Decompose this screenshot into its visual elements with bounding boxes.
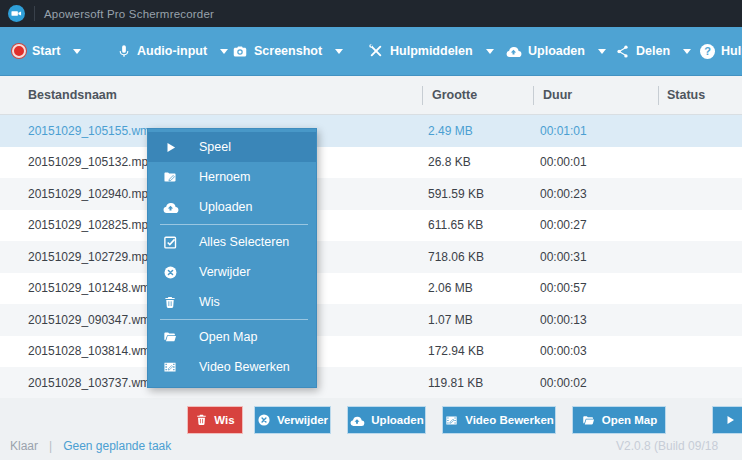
button-label: Wis: [214, 414, 234, 426]
menu-item-wis[interactable]: Wis: [148, 287, 316, 317]
file-list: 20151029_105155.wmv 2.49 MB 00:01:01 201…: [0, 115, 742, 399]
table-row[interactable]: 20151029_105132.mp3 26.8 KB 00:00:01: [0, 147, 742, 179]
file-duration: 00:00:27: [540, 210, 587, 242]
column-header-duur[interactable]: Duur: [543, 76, 572, 114]
help-icon: ?: [700, 44, 715, 59]
folder-open-icon: [161, 330, 179, 344]
menu-item-label: Verwijder: [199, 265, 250, 279]
toolbar-label: Screenshot: [254, 44, 322, 58]
toolbar-button-hulpmiddelen[interactable]: Hulpmiddelen: [368, 27, 494, 75]
microphone-icon: [117, 43, 131, 59]
file-duration: 00:00:13: [540, 304, 587, 336]
file-size: 718.06 KB: [428, 241, 484, 273]
menu-item-speel[interactable]: Speel: [148, 132, 316, 162]
scheduled-task-link[interactable]: Geen geplande taak: [63, 439, 171, 453]
file-name: 20151029_102940.mp3: [28, 178, 155, 210]
table-row[interactable]: 20151029_105155.wmv 2.49 MB 00:01:01: [0, 115, 742, 147]
menu-item-verwijder[interactable]: Verwijder: [148, 257, 316, 287]
menu-item-uploaden[interactable]: Uploaden: [148, 192, 316, 222]
column-divider: [422, 86, 423, 105]
video-edit-icon: [444, 414, 459, 427]
status-bar: Klaar | Geen geplande taak: [10, 439, 171, 453]
cloud-upload-icon: [349, 414, 365, 427]
file-name: 20151029_090347.wmv: [28, 304, 156, 336]
trash-icon: [195, 413, 208, 427]
chevron-down-icon: [486, 49, 494, 54]
title-bar: Apowersoft Pro Schermrecorder: [0, 0, 742, 27]
toolbar-button-start[interactable]: Start: [12, 27, 81, 75]
file-duration: 00:00:03: [540, 336, 587, 368]
menu-item-label: Video Bewerken: [199, 360, 290, 374]
open-map-button[interactable]: Open Map: [572, 406, 666, 434]
file-name: 20151028_103737.wmv: [28, 367, 156, 399]
titlebar-divider: [34, 6, 35, 21]
file-size: 611.65 KB: [428, 210, 483, 242]
video-bewerken-button[interactable]: Video Bewerken: [442, 406, 556, 434]
toolbar-button-delen[interactable]: Delen: [615, 27, 691, 75]
app-window: Apowersoft Pro Schermrecorder Start Audi…: [0, 0, 742, 460]
table-row[interactable]: 20151029_102729.mp3 718.06 KB 00:00:31: [0, 241, 742, 273]
button-label: Verwijder: [277, 414, 328, 426]
record-icon: [12, 44, 26, 58]
toolbar-button-audio-input[interactable]: Audio-input: [117, 27, 228, 75]
menu-item-label: Wis: [199, 295, 220, 309]
table-row[interactable]: 20151029_090347.wmv 1.07 MB 00:00:13: [0, 304, 742, 336]
column-divider: [658, 86, 659, 105]
toolbar-button-hulp[interactable]: ? Hulp: [700, 27, 742, 75]
speel-button[interactable]: Speel: [712, 406, 742, 434]
file-name: 20151029_101248.wmv: [28, 273, 156, 305]
file-size: 119.81 KB: [428, 367, 483, 399]
button-label: Video Bewerken: [465, 414, 554, 426]
file-size: 1.07 MB: [428, 304, 473, 336]
table-row[interactable]: 20151029_101248.wmv 2.06 MB 00:00:57: [0, 273, 742, 305]
file-duration: 00:01:01: [540, 115, 587, 147]
toolbar-button-uploaden[interactable]: Uploaden: [505, 27, 606, 75]
button-label: Uploaden: [371, 414, 423, 426]
column-header-grootte[interactable]: Grootte: [432, 76, 477, 114]
file-name: 20151029_105155.wmv: [28, 115, 156, 147]
chevron-down-icon: [220, 49, 228, 54]
share-icon: [615, 44, 630, 59]
context-menu: Speel Hernoem Uploaden Alles Selecteren: [147, 128, 317, 388]
file-duration: 00:00:31: [540, 241, 587, 273]
menu-item-label: Uploaden: [199, 200, 253, 214]
toolbar-button-screenshot[interactable]: Screenshot: [232, 27, 343, 75]
chevron-down-icon: [683, 49, 691, 54]
table-row[interactable]: 20151028_103814.wmv 172.94 KB 00:00:03: [0, 336, 742, 368]
menu-item-label: Hernoem: [199, 170, 250, 184]
menu-divider: [160, 319, 308, 320]
table-row[interactable]: 20151029_102825.mp3 611.65 KB 00:00:27: [0, 210, 742, 242]
file-duration: 00:00:57: [540, 273, 587, 305]
table-row[interactable]: 20151029_102940.mp3 591.59 KB 00:00:23: [0, 178, 742, 210]
column-header-status[interactable]: Status: [667, 76, 705, 114]
menu-item-video-bewerken[interactable]: Video Bewerken: [148, 352, 316, 382]
toolbar-label: Start: [32, 44, 60, 58]
tools-icon: [368, 43, 384, 59]
bottom-panel: Wis Verwijder Uploaden Video Bewerken Op…: [0, 398, 742, 460]
menu-item-label: Speel: [199, 140, 231, 154]
file-name: 20151029_102825.mp3: [28, 210, 155, 242]
menu-item-alles-selecteren[interactable]: Alles Selecteren: [148, 227, 316, 257]
file-duration: 00:00:02: [540, 367, 587, 399]
uploaden-button[interactable]: Uploaden: [347, 406, 426, 434]
version-text: V2.0.8 (Build 09/18: [616, 439, 718, 453]
file-name: 20151028_103814.wmv: [28, 336, 156, 368]
rename-icon: [161, 170, 179, 184]
column-divider: [533, 86, 534, 105]
file-size: 2.49 MB: [428, 115, 473, 147]
remove-icon: [257, 413, 271, 427]
select-all-icon: [161, 235, 179, 250]
app-logo-icon: [8, 5, 25, 22]
column-header-bestandsnaam[interactable]: Bestandsnaam: [28, 76, 117, 114]
chevron-down-icon: [598, 49, 606, 54]
menu-item-label: Open Map: [199, 330, 257, 344]
play-icon: [724, 414, 736, 426]
file-size: 172.94 KB: [428, 336, 484, 368]
video-edit-icon: [161, 360, 179, 374]
menu-item-hernoem[interactable]: Hernoem: [148, 162, 316, 192]
wis-button[interactable]: Wis: [187, 406, 243, 434]
menu-item-open-map[interactable]: Open Map: [148, 322, 316, 352]
toolbar-label: Delen: [636, 44, 670, 58]
table-row[interactable]: 20151028_103737.wmv 119.81 KB 00:00:02: [0, 367, 742, 399]
verwijder-button[interactable]: Verwijder: [254, 406, 331, 434]
